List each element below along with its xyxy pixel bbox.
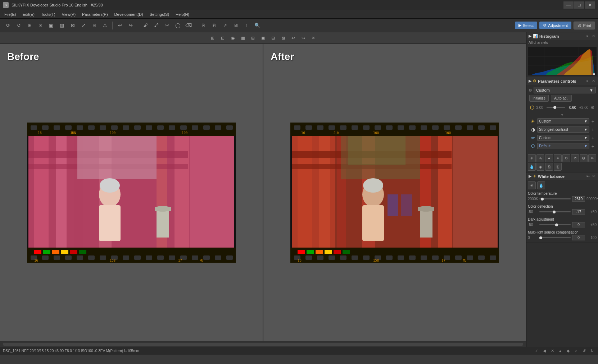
thumbnail-button[interactable]: ⊞ xyxy=(24,20,35,31)
canvas-nav-btn[interactable]: ⊠ xyxy=(279,34,287,42)
menu-development[interactable]: Development(D) xyxy=(112,11,146,17)
color-dropdown[interactable]: Custom ▼ xyxy=(537,135,589,141)
undo-button[interactable]: ↩ xyxy=(115,20,125,31)
canvas-undo-btn[interactable]: ↩ xyxy=(289,34,298,42)
wb-close-btn[interactable]: ✕ xyxy=(591,174,596,179)
warning-button[interactable]: ⚠ xyxy=(100,20,110,31)
multi-light-thumb[interactable] xyxy=(539,236,542,239)
auto-adj-button[interactable]: Auto adj. xyxy=(551,95,571,102)
initialize-button[interactable]: Initialize xyxy=(529,95,549,102)
color-add-btn[interactable]: + xyxy=(592,135,594,141)
status-btn-4[interactable]: ● xyxy=(557,348,563,354)
maximize-button[interactable]: □ xyxy=(574,1,584,9)
color-temp-track[interactable] xyxy=(539,198,571,199)
zoom-fit-button[interactable]: ⤢ xyxy=(78,20,89,31)
tool5-button[interactable]: ↑ xyxy=(241,20,252,31)
adjustment-button[interactable]: ⚙ Adjustment xyxy=(539,22,571,29)
tool-gear[interactable]: ⚙ xyxy=(580,154,588,162)
tool-rotate[interactable]: ⟳ xyxy=(562,154,570,162)
compare-button[interactable]: ⊠ xyxy=(68,20,78,31)
histogram-close-btn[interactable]: ✕ xyxy=(591,34,596,38)
tool-sharpen[interactable]: ✦ xyxy=(554,154,562,162)
tool-drop[interactable]: 💧 xyxy=(528,163,536,171)
wb-header[interactable]: ▶ ☀ White balance ⇤ ✕ xyxy=(526,172,598,180)
fullscreen-button[interactable]: ⊡ xyxy=(35,20,45,31)
wb-eyedropper-sun[interactable]: ☀ xyxy=(528,181,536,189)
tool-curve[interactable]: ∿ xyxy=(536,154,544,162)
color-deflection-thumb[interactable] xyxy=(553,211,556,213)
heal-button[interactable]: ⌫ xyxy=(184,20,194,31)
tool-paste[interactable]: ⎗ xyxy=(554,163,562,171)
status-btn-7[interactable]: ↺ xyxy=(581,348,587,354)
histogram-header[interactable]: ▶ 📊 Histogram ⇤ ✕ xyxy=(526,32,598,40)
select-button[interactable]: ▶ Select xyxy=(515,22,538,29)
canvas-redo-btn[interactable]: ↪ xyxy=(299,34,308,42)
color-deflection-track[interactable] xyxy=(539,211,571,212)
export-button[interactable]: ↗ xyxy=(220,20,230,31)
new-button[interactable]: ⟳ xyxy=(3,20,13,31)
canvas-grid-btn[interactable]: ⊞ xyxy=(249,34,257,42)
tool-dark[interactable]: ● xyxy=(545,154,553,162)
minimize-button[interactable]: — xyxy=(563,1,574,9)
params-expand-btn[interactable]: ⇤ xyxy=(586,79,590,83)
print-button[interactable]: 🖨 Print xyxy=(574,22,595,29)
canvas-single-btn[interactable]: ◉ xyxy=(228,34,237,42)
split-view-button[interactable]: ▨ xyxy=(57,20,67,31)
parameters-header[interactable]: ▶ ⚙ Parameters controls ⇤ ✕ xyxy=(526,77,598,85)
tool-copy[interactable]: ⎘ xyxy=(545,163,553,171)
histogram-expand-btn[interactable]: ⇤ xyxy=(586,34,590,38)
multi-light-track[interactable] xyxy=(539,237,571,238)
dark-adj-track[interactable] xyxy=(539,224,571,225)
menu-edit[interactable]: Edit(E) xyxy=(19,11,37,17)
ev-expand[interactable]: ▼ xyxy=(529,112,596,118)
menu-view[interactable]: View(V) xyxy=(59,11,78,17)
copy-button[interactable]: ⎘ xyxy=(198,20,208,31)
status-btn-8[interactable]: ↻ xyxy=(589,348,595,354)
search-button[interactable]: 🔍 xyxy=(252,20,262,31)
layout-button[interactable]: ⊟ xyxy=(89,20,99,31)
paste-button[interactable]: ⎗ xyxy=(209,20,219,31)
wb-eyedropper-drop[interactable]: 💧 xyxy=(537,181,545,189)
paint-button[interactable]: 🖍 xyxy=(151,20,161,31)
canvas-pan-btn[interactable]: ⊟ xyxy=(269,34,277,42)
close-button[interactable]: ✕ xyxy=(585,1,595,9)
hls-add-btn[interactable]: + xyxy=(592,143,594,149)
redo-button[interactable]: ↪ xyxy=(126,20,136,31)
ev-slider-container[interactable] xyxy=(547,105,565,110)
contrast-dropdown[interactable]: Strongest contrast ▼ xyxy=(537,126,589,133)
tone-dropdown[interactable]: Custom ▼ xyxy=(537,118,589,124)
menu-help[interactable]: Help(H) xyxy=(173,11,192,17)
canvas-zoom-btn[interactable]: ⊡ xyxy=(218,34,227,42)
hls-dropdown[interactable]: Default ▼ xyxy=(537,143,589,149)
single-view-button[interactable]: ▣ xyxy=(46,20,56,31)
brush-button[interactable]: 🖌 xyxy=(140,20,150,31)
menu-settings[interactable]: Settings(S) xyxy=(147,11,172,17)
canvas-close-btn[interactable]: ✕ xyxy=(309,34,318,42)
status-btn-5[interactable]: ◆ xyxy=(565,348,571,354)
tool-select[interactable]: ◈ xyxy=(536,163,544,171)
clone-button[interactable]: ✂ xyxy=(162,20,172,31)
monitor-button[interactable]: 🖥 xyxy=(231,20,241,31)
params-close-btn[interactable]: ✕ xyxy=(591,79,596,83)
status-btn-1[interactable]: ✓ xyxy=(533,348,540,354)
canvas-scrollbar[interactable] xyxy=(0,341,526,347)
canvas-split-btn[interactable]: ▦ xyxy=(239,34,247,42)
menu-file[interactable]: File(E) xyxy=(1,11,19,17)
preset-dropdown[interactable]: Custom ▼ xyxy=(534,87,596,93)
canvas-view-btn[interactable]: ▣ xyxy=(259,34,267,42)
tone-add-btn[interactable]: + xyxy=(592,119,594,124)
contrast-add-btn[interactable]: + xyxy=(592,127,594,133)
menu-parameters[interactable]: Parameters(P) xyxy=(79,11,111,17)
menu-tools[interactable]: Tools(T) xyxy=(38,11,58,17)
wb-expand-btn[interactable]: ⇤ xyxy=(586,174,590,179)
tool-sun[interactable]: ☀ xyxy=(528,154,536,162)
tool-eye[interactable]: ✏ xyxy=(588,154,596,162)
canvas-fit-btn[interactable]: ⊞ xyxy=(208,34,217,42)
status-btn-6[interactable]: ○ xyxy=(573,348,579,354)
ev-thumb[interactable] xyxy=(553,106,556,109)
ev-reset-btn[interactable]: ⊕ xyxy=(591,105,594,110)
eraser-button[interactable]: ◯ xyxy=(173,20,183,31)
color-temp-thumb[interactable] xyxy=(541,198,544,201)
undo-all-button[interactable]: ↺ xyxy=(14,20,24,31)
status-btn-3[interactable]: ✕ xyxy=(549,348,556,354)
